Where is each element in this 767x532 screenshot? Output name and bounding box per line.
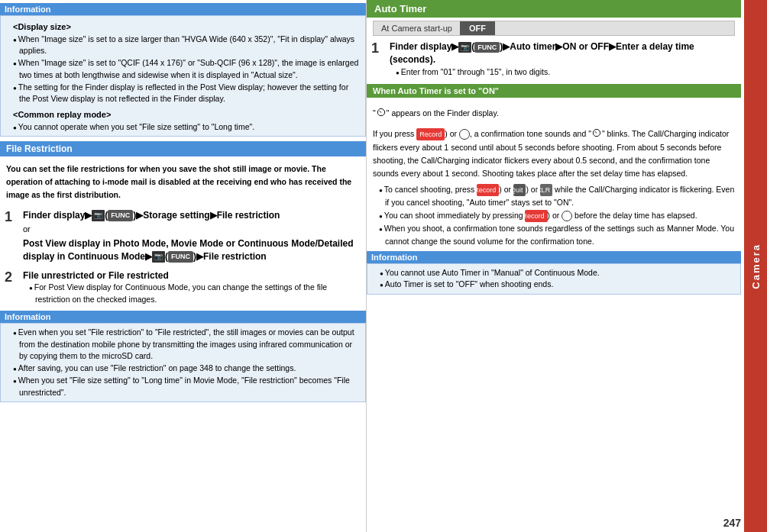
- info-content-top: <Display size> When "Image size" is set …: [0, 15, 366, 137]
- info-content-bottom: Even when you set "File restriction" to …: [0, 323, 366, 403]
- record-btn-3[interactable]: Record: [525, 210, 547, 222]
- menu-icon-3: 📷: [458, 42, 471, 53]
- camera-sidebar-label: Camera: [750, 243, 762, 289]
- left-step2-row: 2 File unrestricted or File restricted F…: [0, 268, 366, 308]
- display-size-bullet-3: The setting for the Finder display is re…: [13, 82, 359, 106]
- right-step1-content: Finder display▶📷(FUNC)▶Auto timer▶ON or …: [387, 40, 736, 78]
- quit-btn[interactable]: Quit: [513, 184, 526, 196]
- display-size-header: <Display size>: [7, 21, 359, 34]
- circle-btn-1: [459, 129, 470, 140]
- file-restriction-title: File Restriction: [0, 141, 366, 156]
- file-restriction-desc: You can set the file restrictions for wh…: [6, 163, 360, 201]
- info-label-bottom: Information: [5, 312, 51, 321]
- right-step1-num: 1: [371, 40, 387, 57]
- func-btn-2[interactable]: FUNC: [168, 251, 193, 263]
- info-bottom-bullet-2: After saving, you can use "File restrict…: [13, 363, 359, 375]
- left-step2-bullet: For Post View display for Continuous Mod…: [29, 282, 361, 306]
- circle-btn-2: [561, 211, 572, 221]
- info-bottom-bullet-3: When you set "File size setting" to "Lon…: [13, 375, 359, 399]
- auto-timer-header: Auto Timer: [367, 0, 741, 18]
- clr-btn[interactable]: CLR: [540, 184, 552, 196]
- info-content-right: You cannot use Auto Timer in "Manual" of…: [367, 263, 741, 295]
- common-replay-header: <Common replay mode>: [7, 108, 359, 121]
- right-step1-bullet: Enter from "01" through "15", in two dig…: [396, 66, 736, 79]
- info-box-right: Information: [367, 251, 741, 263]
- page-number: 247: [723, 517, 741, 529]
- auto-timer-cancel-bullet: To cancel shooting, press Record) or Qui…: [379, 183, 735, 209]
- right-step1-main: Finder display▶📷(FUNC)▶Auto timer▶ON or …: [390, 40, 736, 66]
- auto-timer-desc-1: "⏲" appears on the Finder display.: [373, 104, 735, 121]
- record-btn-1[interactable]: Record: [416, 128, 445, 140]
- left-step2-content: File unrestricted or File restricted For…: [20, 269, 361, 306]
- left-step1-alt: Post View display in Photo Mode, Movie M…: [23, 237, 361, 263]
- info-label-right: Information: [371, 253, 418, 262]
- info-box-right-wrapper: Information You cannot use Auto Timer in…: [367, 251, 741, 295]
- auto-timer-shoot-bullet: You can shoot immediately by pressing Re…: [379, 209, 735, 222]
- camera-startup-bar: At Camera start-up OFF: [373, 21, 735, 36]
- info-box-top: Information: [0, 3, 366, 15]
- info-box-bottom-wrapper: Information Even when you set "File rest…: [0, 311, 366, 403]
- display-size-bullet-1: When "Image size" is set to a size large…: [13, 34, 359, 58]
- auto-timer-title: Auto Timer: [374, 3, 426, 15]
- info-bottom-bullet-1: Even when you set "File restriction" to …: [13, 327, 359, 363]
- auto-timer-manner-bullet: When you shoot, a confirmation tone soun…: [379, 222, 735, 248]
- camera-startup-label: At Camera start-up: [374, 21, 460, 35]
- file-restriction-intro: You can set the file restrictions for wh…: [0, 160, 366, 207]
- right-panel: Auto Timer At Camera start-up OFF 1 Find…: [367, 0, 767, 532]
- left-step2-main: File unrestricted or File restricted: [23, 269, 361, 282]
- auto-timer-desc: "⏲" appears on the Finder display. If yo…: [367, 101, 741, 250]
- record-btn-2[interactable]: Record: [477, 184, 499, 196]
- func-btn-1[interactable]: FUNC: [108, 210, 133, 221]
- left-step1-num: 1: [5, 209, 20, 226]
- left-content: Information <Display size> When "Image s…: [0, 0, 366, 410]
- info-label-top: Information: [5, 5, 51, 14]
- info-box-bottom: Information: [0, 311, 366, 323]
- left-step2-num: 2: [5, 269, 20, 286]
- camera-startup-value: OFF: [460, 21, 495, 35]
- info-right-bullet-1: You cannot use Auto Timer in "Manual" of…: [380, 267, 734, 279]
- camera-sidebar: Camera: [744, 0, 767, 532]
- right-content: Auto Timer At Camera start-up OFF 1 Find…: [367, 0, 741, 295]
- left-panel: Information <Display size> When "Image s…: [0, 0, 367, 532]
- right-step1-row: 1 Finder display▶📷(FUNC)▶Auto timer▶ON o…: [367, 39, 741, 79]
- left-step1-main: Finder display▶📷(FUNC)▶Storage setting▶F…: [23, 209, 361, 222]
- menu-icon-2: 📷: [152, 251, 165, 263]
- when-auto-timer-header: When Auto Timer is set to "ON": [367, 84, 741, 98]
- func-btn-3[interactable]: FUNC: [474, 42, 500, 53]
- left-step1-content: Finder display▶📷(FUNC)▶Storage setting▶F…: [20, 209, 361, 263]
- left-step1-row: 1 Finder display▶📷(FUNC)▶Storage setting…: [0, 208, 366, 265]
- menu-icon-1: 📷: [92, 210, 105, 221]
- info-right-bullet-2: Auto Timer is set to "OFF" when shooting…: [380, 279, 734, 291]
- left-step1-or: or: [23, 221, 361, 237]
- display-size-bullet-2: When "Image size" is set to "QCIF (144 x…: [13, 57, 359, 82]
- auto-timer-desc-2: If you press Record) or , a confirmation…: [373, 124, 735, 180]
- common-replay-bullet-1: You cannot operate when you set "File si…: [13, 121, 359, 134]
